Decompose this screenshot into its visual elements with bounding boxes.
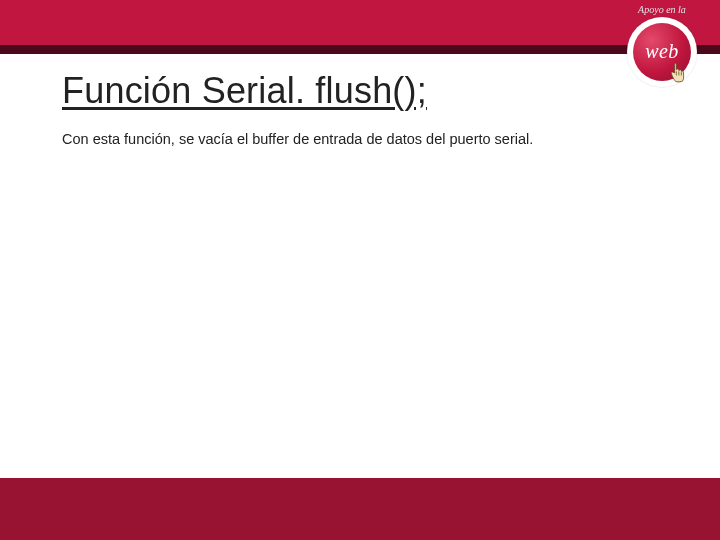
badge-text: web xyxy=(645,40,679,63)
content-area: Función Serial. flush(); Con esta funció… xyxy=(62,70,680,149)
slide: Apoyo en la web Función Serial. flush();… xyxy=(0,0,720,540)
header-bar-shadow xyxy=(0,45,720,54)
slide-title: Función Serial. flush(); xyxy=(62,70,680,112)
slide-body: Con esta función, se vacía el buffer de … xyxy=(62,130,680,149)
logo-tagline: Apoyo en la xyxy=(614,4,710,15)
footer-bar xyxy=(0,478,720,540)
